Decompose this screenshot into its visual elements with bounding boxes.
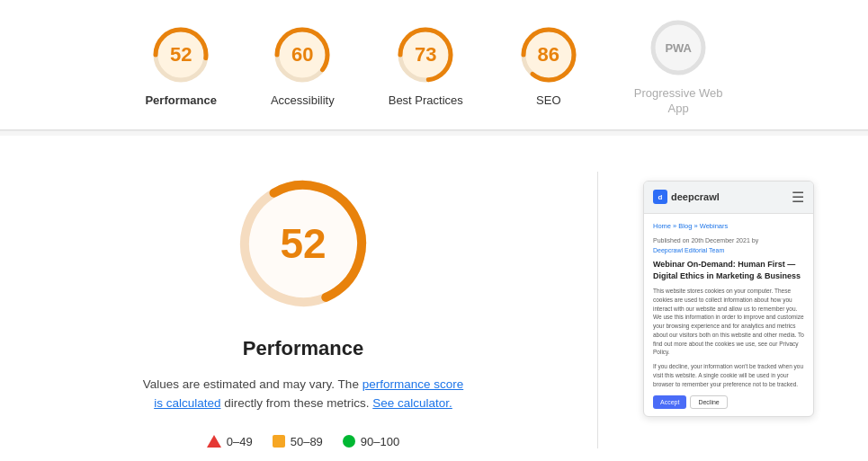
logo-letter: d	[658, 193, 663, 201]
decline-button[interactable]: Decline	[690, 395, 727, 409]
big-score-circle: 52	[231, 172, 375, 315]
score-item-seo[interactable]: 86 SEO	[517, 23, 580, 109]
legend-fail: 0–49	[207, 435, 253, 448]
pwa-circle: PWA	[647, 16, 710, 79]
cookie-buttons: Accept Decline	[653, 395, 804, 409]
score-label-seo: SEO	[536, 93, 560, 109]
author-link[interactable]: Deepcrawl Editorial Team	[653, 247, 724, 253]
desc-text-1: Values are estimated and may vary. The	[143, 377, 359, 391]
score-label-accessibility: Accessibility	[271, 93, 335, 109]
article-body-text-1: This website stores cookies on your comp…	[653, 287, 804, 357]
score-value-best-practices: 73	[415, 43, 436, 66]
article-title: Webinar On-Demand: Human First — Digital…	[653, 259, 804, 281]
average-range: 50–89	[291, 435, 323, 448]
desc-text-2: directly from these metrics.	[224, 396, 369, 410]
legend-pass: 90–100	[343, 435, 399, 448]
pass-range: 90–100	[361, 435, 399, 448]
score-circle-best-practices: 73	[394, 23, 457, 86]
score-circle-seo: 86	[517, 23, 580, 86]
article-body-text-2: If you decline, your information won't b…	[653, 362, 804, 388]
pass-icon	[343, 435, 355, 448]
screenshot-body: Home » Blog » Webinars Published on 20th…	[644, 214, 813, 417]
performance-description: Values are estimated and may vary. The p…	[141, 375, 465, 413]
score-label-pwa: Progressive WebApp	[634, 86, 723, 117]
logo-text: deepcrawl	[671, 191, 720, 202]
average-icon	[273, 435, 285, 448]
score-value-accessibility: 60	[291, 43, 313, 66]
screenshot-breadcrumb: Home » Blog » Webinars	[653, 221, 804, 231]
top-score-bar: 52 Performance 60 Accessibility	[0, 0, 868, 130]
score-circle-performance: 52	[149, 23, 212, 86]
score-legend: 0–49 50–89 90–100	[207, 435, 399, 448]
screenshot-header: d deepcrawl ☰	[644, 182, 813, 214]
pwa-label: PWA	[665, 41, 692, 55]
logo-icon: d	[653, 190, 667, 204]
accept-button[interactable]: Accept	[653, 395, 686, 409]
score-label-best-practices: Best Practices	[389, 93, 463, 109]
score-item-accessibility[interactable]: 60 Accessibility	[271, 23, 335, 109]
performance-title: Performance	[243, 337, 364, 360]
fail-range: 0–49	[227, 435, 253, 448]
score-item-performance[interactable]: 52 Performance	[145, 23, 216, 109]
score-circle-accessibility: 60	[271, 23, 334, 86]
published-line: Published on 20th December 2021 by Deepc…	[653, 236, 804, 255]
vertical-divider	[597, 172, 598, 448]
score-value-performance: 52	[170, 43, 192, 66]
score-value-seo: 86	[538, 43, 559, 66]
breadcrumb-text: Home » Blog » Webinars	[653, 222, 728, 230]
score-item-pwa[interactable]: PWA Progressive WebApp	[634, 16, 723, 117]
menu-icon[interactable]: ☰	[792, 189, 804, 206]
performance-panel: 52 Performance Values are estimated and …	[54, 172, 552, 448]
fail-icon	[207, 435, 221, 448]
calculator-link[interactable]: See calculator.	[372, 396, 452, 410]
score-item-best-practices[interactable]: 73 Best Practices	[389, 23, 463, 109]
score-label-performance: Performance	[145, 93, 216, 109]
main-content: 52 Performance Values are estimated and …	[0, 136, 868, 461]
published-text: Published on 20th December 2021 by	[653, 237, 758, 244]
legend-average: 50–89	[273, 435, 323, 448]
site-logo: d deepcrawl	[653, 190, 720, 204]
page-screenshot: d deepcrawl ☰ Home » Blog » Webinars Pub…	[643, 181, 814, 418]
big-score-number: 52	[280, 219, 326, 268]
